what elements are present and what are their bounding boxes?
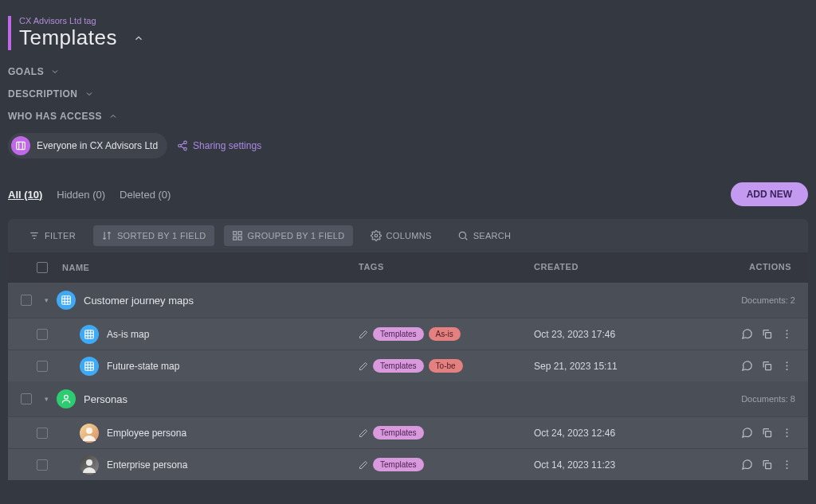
page-title: Templates [19, 25, 117, 50]
row-checkbox[interactable] [37, 459, 48, 471]
copy-icon[interactable] [761, 328, 773, 340]
group-row[interactable]: ▾Customer journey mapsDocuments: 2 [8, 283, 808, 318]
svg-rect-0 [17, 142, 26, 149]
table-row[interactable]: Enterprise personaTemplatesOct 14, 2023 … [8, 448, 808, 480]
table-row[interactable]: Employee personaTemplatesOct 24, 2023 12… [8, 416, 808, 448]
svg-rect-26 [766, 333, 771, 338]
search-label: SEARCH [473, 231, 512, 240]
tag-pill[interactable]: As-is [429, 327, 461, 341]
data-table: NAME TAGS CREATED ACTIONS ▾Customer jour… [8, 252, 808, 480]
svg-line-4 [181, 143, 184, 145]
edit-tags-icon[interactable] [359, 361, 368, 371]
chevron-down-icon [84, 89, 94, 99]
copy-icon[interactable] [761, 427, 773, 439]
tab-all[interactable]: All (10) [8, 189, 42, 201]
search-icon [457, 230, 469, 241]
section-description[interactable]: DESCRIPTION [8, 88, 808, 100]
access-chip[interactable]: Everyone in CX Advisors Ltd [8, 133, 167, 158]
tab-hidden[interactable]: Hidden (0) [57, 189, 105, 201]
table-row[interactable]: Future-state mapTemplatesTo-beSep 21, 20… [8, 350, 808, 381]
section-goals[interactable]: GOALS [8, 66, 808, 77]
svg-point-37 [787, 365, 788, 367]
collapse-title-icon[interactable] [133, 33, 144, 44]
edit-tags-icon[interactable] [359, 460, 368, 470]
svg-point-13 [375, 234, 378, 237]
group-checkbox[interactable] [21, 295, 32, 306]
edit-tags-icon[interactable] [359, 330, 368, 339]
group-caret-icon[interactable]: ▾ [45, 395, 49, 403]
sharing-label: Sharing settings [193, 140, 261, 151]
svg-point-28 [787, 334, 788, 335]
group-doc-count: Documents: 2 [741, 295, 795, 305]
tag-pill[interactable]: Templates [373, 458, 424, 471]
access-label: WHO HAS ACCESS [8, 111, 102, 122]
sharing-settings-link[interactable]: Sharing settings [177, 140, 261, 151]
row-checkbox[interactable] [37, 428, 48, 439]
col-tags: TAGS [359, 262, 534, 273]
table-header: NAME TAGS CREATED ACTIONS [8, 252, 808, 283]
more-icon[interactable] [781, 459, 793, 471]
more-icon[interactable] [781, 328, 793, 340]
group-label: Customer journey maps [84, 295, 194, 307]
search-tool[interactable]: SEARCH [449, 225, 520, 246]
group-icon [57, 291, 76, 310]
access-chip-label: Everyone in CX Advisors Ltd [37, 140, 158, 151]
row-name: Future-state map [107, 361, 179, 372]
group-label: GROUPED BY 1 FIELD [248, 231, 345, 240]
svg-rect-30 [85, 361, 94, 370]
group-doc-count: Documents: 8 [741, 394, 795, 404]
row-created: Sep 21, 2023 15:11 [534, 361, 741, 372]
svg-point-38 [787, 369, 788, 370]
group-row[interactable]: ▾PersonasDocuments: 8 [8, 381, 808, 416]
toolbar: FILTER SORTED BY 1 FIELD GROUPED BY 1 FI… [8, 219, 808, 252]
table-row[interactable]: As-is mapTemplatesAs-isOct 23, 2023 17:4… [8, 318, 808, 350]
tag-pill[interactable]: Templates [373, 359, 424, 373]
tag-pill[interactable]: Templates [373, 426, 424, 440]
svg-rect-10 [238, 232, 241, 235]
sort-tool[interactable]: SORTED BY 1 FIELD [93, 225, 214, 246]
group-caret-icon[interactable]: ▾ [45, 296, 49, 304]
columns-tool[interactable]: COLUMNS [363, 225, 440, 246]
edit-tags-icon[interactable] [359, 428, 368, 438]
svg-point-40 [86, 428, 92, 434]
svg-point-49 [787, 467, 788, 469]
goals-label: GOALS [8, 66, 44, 77]
comment-icon[interactable] [741, 427, 753, 439]
tabs: All (10) Hidden (0) Deleted (0) [8, 189, 171, 201]
gear-icon [371, 230, 382, 241]
more-icon[interactable] [781, 360, 793, 372]
copy-icon[interactable] [761, 459, 773, 471]
col-created: CREATED [534, 262, 741, 273]
group-tool[interactable]: GROUPED BY 1 FIELD [224, 225, 353, 246]
chevron-down-icon [50, 67, 60, 76]
group-icon [232, 230, 243, 241]
row-icon [80, 455, 99, 475]
tag-pill[interactable]: To-be [429, 359, 463, 373]
col-actions: ACTIONS [741, 262, 816, 273]
row-checkbox[interactable] [37, 329, 48, 340]
row-icon [80, 424, 99, 443]
row-icon [80, 325, 99, 344]
section-access[interactable]: WHO HAS ACCESS [8, 111, 808, 122]
svg-point-36 [787, 361, 788, 363]
share-icon [177, 140, 188, 151]
svg-point-14 [459, 232, 465, 238]
svg-point-1 [184, 141, 187, 144]
org-icon [11, 136, 30, 155]
svg-rect-21 [85, 330, 94, 338]
filter-tool[interactable]: FILTER [21, 225, 84, 246]
comment-icon[interactable] [741, 360, 753, 372]
select-all-checkbox[interactable] [37, 262, 48, 273]
subtitle: CX Advisors Ltd tag [19, 16, 144, 25]
comment-icon[interactable] [741, 328, 753, 340]
svg-rect-11 [233, 236, 236, 240]
comment-icon[interactable] [741, 459, 753, 471]
add-new-button[interactable]: ADD NEW [731, 182, 808, 206]
copy-icon[interactable] [761, 360, 773, 372]
row-checkbox[interactable] [37, 361, 48, 372]
tab-deleted[interactable]: Deleted (0) [120, 189, 171, 201]
svg-line-15 [465, 238, 467, 240]
tag-pill[interactable]: Templates [373, 327, 424, 341]
group-checkbox[interactable] [21, 393, 32, 404]
more-icon[interactable] [781, 427, 793, 439]
